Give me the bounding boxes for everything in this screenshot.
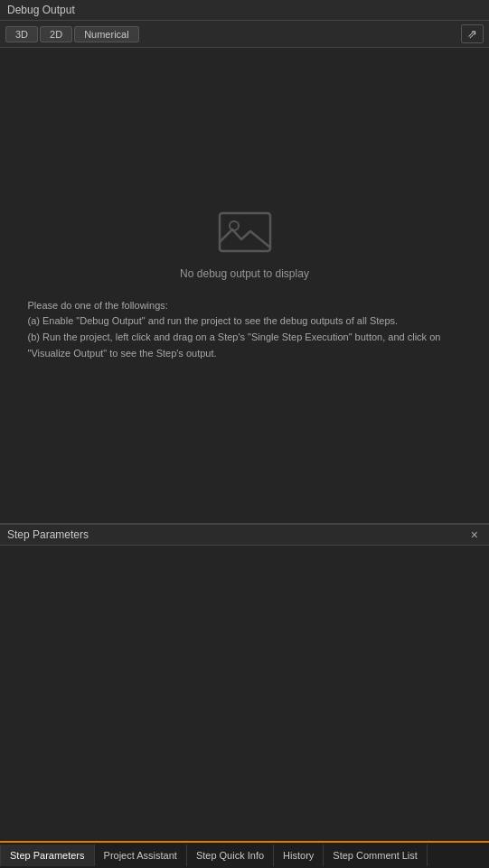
instructions-line3: (b) Run the project, left click and drag…: [28, 331, 441, 359]
step-parameters-title: Step Parameters: [7, 528, 89, 541]
tab-step-quick-info[interactable]: Step Quick Info: [187, 845, 274, 866]
tab-history[interactable]: History: [274, 845, 324, 866]
step-parameters-content: [0, 546, 489, 841]
btn-3d[interactable]: 3D: [5, 26, 38, 42]
tab-project-assistant[interactable]: Project Assistant: [95, 845, 187, 866]
btn-2d[interactable]: 2D: [40, 26, 72, 42]
bottom-tab-bar: Step Parameters Project Assistant Step Q…: [0, 841, 489, 868]
svg-rect-0: [220, 213, 270, 251]
debug-toolbar: 3D 2D Numerical ⇗: [0, 21, 489, 48]
instructions-text: Please do one of the followings: (a) Ena…: [28, 298, 462, 361]
step-parameters-header: Step Parameters ×: [0, 524, 489, 546]
step-parameters-section: Step Parameters ×: [0, 524, 489, 841]
export-icon-button[interactable]: ⇗: [461, 24, 484, 43]
tab-step-comment-list[interactable]: Step Comment List: [324, 845, 428, 866]
debug-output-title: Debug Output: [0, 0, 489, 21]
no-output-text: No debug output to display: [180, 267, 309, 280]
step-parameters-close-button[interactable]: ×: [467, 528, 482, 541]
tab-step-parameters[interactable]: Step Parameters: [0, 845, 95, 866]
debug-output-section: Debug Output 3D 2D Numerical ⇗ No debug …: [0, 0, 489, 524]
no-output-image-icon: [218, 210, 272, 255]
svg-point-1: [230, 221, 239, 230]
debug-content: No debug output to display Please do one…: [0, 48, 489, 523]
btn-numerical[interactable]: Numerical: [74, 26, 139, 42]
instructions-line1: Please do one of the followings:: [28, 300, 168, 311]
instructions-line2: (a) Enable "Debug Output" and run the pr…: [28, 315, 399, 326]
